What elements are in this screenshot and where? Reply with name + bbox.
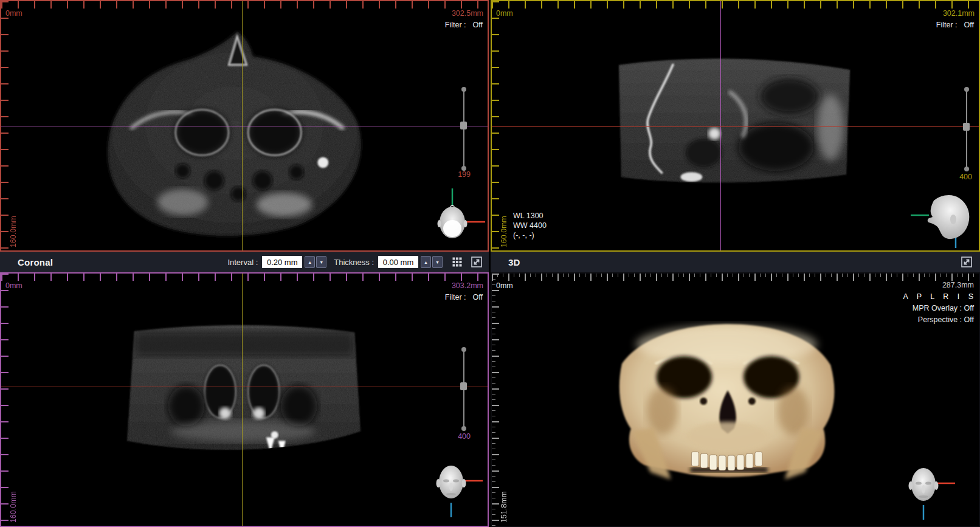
mpr-overlay-label: MPR Overlay : [913,304,962,312]
interval-spin-down-button[interactable]: ▼ [316,256,326,268]
axial-filter-label: Filter : [445,21,466,29]
coronal-expand-button[interactable] [469,255,484,269]
sagittal-slice-number: 400 [959,173,972,181]
coronal-left-ruler [1,274,9,526]
interval-spinner: ▲ ▼ [305,256,326,268]
coronal-side-ruler-label: 160.0mm [9,491,18,523]
coronal-crosshair-vertical[interactable] [242,274,243,526]
sagittal-slice-image[interactable] [492,1,979,250]
coronal-toolbar: Interval : ▲ ▼ Thickness : ▲ ▼ [227,255,489,269]
thickness-spin-down-button[interactable]: ▼ [432,256,443,268]
sagittal-slider-handle[interactable] [963,123,970,131]
coronal-filter-status: Filter :Off [445,293,483,301]
threed-left-ruler-minor [492,274,495,526]
thickness-spinner: ▲ ▼ [421,256,443,268]
perspective-label: Perspective : [918,315,962,324]
threed-panel-header: 3D [491,252,980,272]
coronal-slider-bottom-dot [461,426,466,431]
sagittal-wl: WL 1300 [513,211,547,221]
sagittal-filter-label: Filter : [936,21,958,29]
sagittal-side-ruler-label: 160.0mm [500,216,508,247]
interval-spin-up-button[interactable]: ▲ [305,256,315,268]
thickness-input[interactable] [378,256,418,268]
axial-filter-status: Filter :Off [445,21,483,29]
perspective-value: Off [964,315,974,324]
sagittal-slice-slider[interactable] [962,89,971,169]
coronal-filter-value: Off [473,293,483,301]
coronal-crosshair-horizontal[interactable] [1,387,488,387]
threed-top-ruler-minor [492,274,979,277]
threed-panel-title: 3D [508,257,520,267]
sagittal-crosshair-vertical[interactable] [720,1,721,250]
coronal-panel-header: Coronal Interval : ▲ ▼ Thickness : ▲ ▼ [0,252,489,272]
threed-ruler-origin: 0mm [496,281,513,290]
coronal-top-ruler [1,274,488,281]
coronal-orientation-head-icon [423,452,484,518]
sagittal-top-ruler [492,1,979,9]
axial-slider-handle[interactable] [460,122,467,129]
layout-grid-button[interactable] [450,255,464,269]
thickness-spin-up-button[interactable]: ▲ [421,256,431,268]
sagittal-coords: (-, -, -) [513,230,547,240]
coronal-slice-number: 400 [458,432,471,441]
grid-icon [451,256,463,268]
threed-orientation-head-icon [895,454,956,521]
sagittal-slider-bottom-dot [964,167,969,171]
sagittal-slider-top-dot [964,87,969,92]
sagittal-ww: WW 4400 [513,221,547,230]
viewport-sagittal[interactable]: 0mm 302.1mm Filter :Off 160.0mm WL 1300 … [491,0,980,252]
interval-label: Interval : [227,258,258,267]
threed-mpr-overlay-status: MPR Overlay : Off [903,303,974,314]
threed-side-ruler-label: 151.8mm [500,491,508,523]
sagittal-left-ruler [492,1,499,250]
interval-input[interactable] [262,256,302,268]
viewport-coronal[interactable]: 0mm 303.2mm Filter :Off 160.0mm 400 [0,272,489,527]
coronal-ruler-extent: 303.2mm [452,281,483,290]
expand-icon [961,256,973,268]
axial-side-ruler-label: 160.0mm [9,216,18,247]
sagittal-filter-status: Filter :Off [936,21,974,29]
viewport-axial[interactable]: 0mm 302.5mm Filter :Off 160.0mm 199 [0,0,489,252]
threed-orientation-letters: A P L R I S [903,291,974,303]
coronal-slider-top-dot [461,347,466,352]
expand-icon [471,256,483,268]
coronal-panel-title: Coronal [18,257,53,267]
coronal-ruler-origin: 0mm [5,281,22,290]
threed-expand-button[interactable] [959,255,974,269]
mpr-workspace: 0mm 302.5mm Filter :Off 160.0mm 199 [0,0,980,527]
threed-overlay-readouts: 287.3mm A P L R I S MPR Overlay : Off Pe… [903,280,974,326]
sagittal-ruler-origin: 0mm [496,9,513,18]
threed-perspective-status: Perspective : Off [903,314,974,326]
coronal-slice-image[interactable] [1,274,488,526]
axial-ruler-origin: 0mm [5,9,22,18]
coronal-slice-slider[interactable] [460,350,468,429]
axial-slider-top-dot [461,87,466,92]
axial-slice-number: 199 [458,170,471,179]
axial-crosshair-horizontal[interactable] [1,126,488,126]
coronal-slider-handle[interactable] [460,382,467,390]
sagittal-crosshair-horizontal[interactable] [492,126,979,127]
sagittal-filter-value: Off [964,21,974,29]
viewport-3d[interactable]: 0mm 151.8mm 287.3mm A P L R I S MPR Over… [491,272,980,527]
axial-top-ruler [1,1,488,9]
axial-filter-value: Off [473,21,483,29]
axial-ruler-extent: 302.5mm [452,9,483,18]
sagittal-orientation-head-icon [909,188,976,249]
sagittal-ruler-extent: 302.1mm [943,9,975,18]
axial-orientation-head-icon [419,187,486,248]
mpr-overlay-value: Off [964,304,974,312]
threed-ruler-extent: 287.3mm [903,280,974,291]
sagittal-window-level-readout: WL 1300 WW 4400 (-, -, -) [513,211,547,240]
coronal-filter-label: Filter : [445,293,466,301]
thickness-label: Thickness : [334,258,374,267]
axial-slice-slider[interactable] [460,89,468,168]
